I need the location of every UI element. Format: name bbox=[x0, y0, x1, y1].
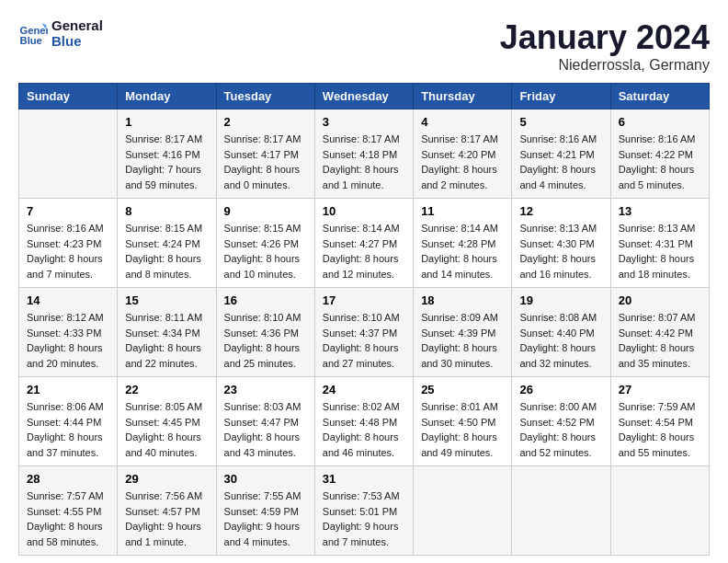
weekday-header-sunday: Sunday bbox=[19, 84, 118, 109]
day-detail: Sunrise: 8:14 AMSunset: 4:27 PMDaylight:… bbox=[323, 221, 405, 282]
calendar-cell bbox=[19, 109, 118, 199]
day-detail: Sunrise: 8:17 AMSunset: 4:18 PMDaylight:… bbox=[323, 132, 405, 192]
day-number: 5 bbox=[519, 115, 602, 129]
calendar-header: SundayMondayTuesdayWednesdayThursdayFrid… bbox=[19, 84, 710, 109]
calendar-cell: 30 Sunrise: 7:55 AMSunset: 4:59 PMDaylig… bbox=[216, 466, 314, 556]
calendar-table: SundayMondayTuesdayWednesdayThursdayFrid… bbox=[18, 83, 710, 556]
calendar-week-5: 28 Sunrise: 7:57 AMSunset: 4:55 PMDaylig… bbox=[19, 466, 710, 556]
day-detail: Sunrise: 8:16 AMSunset: 4:22 PMDaylight:… bbox=[619, 132, 701, 192]
calendar-body: 1 Sunrise: 8:17 AMSunset: 4:16 PMDayligh… bbox=[19, 109, 710, 556]
calendar-cell: 21 Sunrise: 8:06 AMSunset: 4:44 PMDaylig… bbox=[19, 377, 118, 466]
day-detail: Sunrise: 8:05 AMSunset: 4:45 PMDaylight:… bbox=[125, 399, 208, 460]
logo-text-blue: Blue bbox=[51, 34, 103, 50]
calendar-cell: 9 Sunrise: 8:15 AMSunset: 4:26 PMDayligh… bbox=[216, 199, 314, 288]
day-number: 28 bbox=[27, 472, 109, 486]
weekday-header-thursday: Thursday bbox=[414, 84, 512, 109]
day-detail: Sunrise: 8:14 AMSunset: 4:28 PMDaylight:… bbox=[421, 221, 504, 282]
day-number: 14 bbox=[27, 293, 109, 307]
day-detail: Sunrise: 8:12 AMSunset: 4:33 PMDaylight:… bbox=[27, 310, 109, 371]
day-number: 7 bbox=[27, 204, 109, 218]
day-detail: Sunrise: 8:16 AMSunset: 4:21 PMDaylight:… bbox=[519, 132, 602, 192]
calendar-cell: 3 Sunrise: 8:17 AMSunset: 4:18 PMDayligh… bbox=[314, 109, 413, 199]
day-number: 17 bbox=[323, 293, 405, 307]
weekday-header-wednesday: Wednesday bbox=[314, 84, 413, 109]
day-number: 12 bbox=[519, 204, 602, 218]
calendar-cell: 17 Sunrise: 8:10 AMSunset: 4:37 PMDaylig… bbox=[314, 288, 413, 377]
day-detail: Sunrise: 7:59 AMSunset: 4:54 PMDaylight:… bbox=[619, 399, 701, 460]
calendar-cell: 23 Sunrise: 8:03 AMSunset: 4:47 PMDaylig… bbox=[216, 377, 314, 466]
calendar-cell: 5 Sunrise: 8:16 AMSunset: 4:21 PMDayligh… bbox=[512, 109, 610, 199]
calendar-cell: 24 Sunrise: 8:02 AMSunset: 4:48 PMDaylig… bbox=[314, 377, 413, 466]
day-number: 19 bbox=[519, 293, 602, 307]
calendar-cell: 15 Sunrise: 8:11 AMSunset: 4:34 PMDaylig… bbox=[118, 288, 216, 377]
day-number: 24 bbox=[323, 383, 405, 396]
weekday-header-friday: Friday bbox=[512, 84, 610, 109]
logo-icon: General Blue bbox=[18, 19, 48, 49]
day-detail: Sunrise: 8:13 AMSunset: 4:30 PMDaylight:… bbox=[519, 221, 602, 282]
day-detail: Sunrise: 8:13 AMSunset: 4:31 PMDaylight:… bbox=[619, 221, 701, 282]
day-detail: Sunrise: 8:10 AMSunset: 4:36 PMDaylight:… bbox=[224, 310, 307, 371]
day-number: 25 bbox=[421, 383, 504, 396]
calendar-cell bbox=[414, 466, 512, 556]
day-detail: Sunrise: 8:15 AMSunset: 4:26 PMDaylight:… bbox=[224, 221, 307, 282]
day-detail: Sunrise: 8:03 AMSunset: 4:47 PMDaylight:… bbox=[224, 399, 307, 460]
day-number: 15 bbox=[125, 293, 208, 307]
day-number: 16 bbox=[224, 293, 307, 307]
day-detail: Sunrise: 7:53 AMSunset: 5:01 PMDaylight:… bbox=[323, 488, 405, 549]
calendar-cell: 12 Sunrise: 8:13 AMSunset: 4:30 PMDaylig… bbox=[512, 199, 610, 288]
calendar-week-2: 7 Sunrise: 8:16 AMSunset: 4:23 PMDayligh… bbox=[19, 199, 710, 288]
calendar-cell: 8 Sunrise: 8:15 AMSunset: 4:24 PMDayligh… bbox=[118, 199, 216, 288]
day-detail: Sunrise: 8:07 AMSunset: 4:42 PMDaylight:… bbox=[619, 310, 701, 371]
calendar-week-4: 21 Sunrise: 8:06 AMSunset: 4:44 PMDaylig… bbox=[19, 377, 710, 466]
day-detail: Sunrise: 8:10 AMSunset: 4:37 PMDaylight:… bbox=[323, 310, 405, 371]
calendar-cell bbox=[610, 466, 709, 556]
day-number: 3 bbox=[323, 115, 405, 129]
calendar-week-3: 14 Sunrise: 8:12 AMSunset: 4:33 PMDaylig… bbox=[19, 288, 710, 377]
day-number: 13 bbox=[619, 204, 701, 218]
weekday-header-tuesday: Tuesday bbox=[216, 84, 314, 109]
weekday-header-saturday: Saturday bbox=[610, 84, 709, 109]
day-detail: Sunrise: 8:08 AMSunset: 4:40 PMDaylight:… bbox=[519, 310, 602, 371]
day-number: 21 bbox=[27, 383, 109, 396]
day-detail: Sunrise: 8:06 AMSunset: 4:44 PMDaylight:… bbox=[27, 399, 109, 460]
calendar-cell: 22 Sunrise: 8:05 AMSunset: 4:45 PMDaylig… bbox=[118, 377, 216, 466]
calendar-cell: 26 Sunrise: 8:00 AMSunset: 4:52 PMDaylig… bbox=[512, 377, 610, 466]
day-number: 18 bbox=[421, 293, 504, 307]
day-detail: Sunrise: 8:16 AMSunset: 4:23 PMDaylight:… bbox=[27, 221, 109, 282]
day-number: 31 bbox=[323, 472, 405, 486]
calendar-cell: 4 Sunrise: 8:17 AMSunset: 4:20 PMDayligh… bbox=[414, 109, 512, 199]
svg-text:General: General bbox=[20, 25, 48, 36]
weekday-header-monday: Monday bbox=[118, 84, 216, 109]
calendar-cell: 13 Sunrise: 8:13 AMSunset: 4:31 PMDaylig… bbox=[610, 199, 709, 288]
day-number: 8 bbox=[125, 204, 208, 218]
day-number: 9 bbox=[224, 204, 307, 218]
calendar-cell: 14 Sunrise: 8:12 AMSunset: 4:33 PMDaylig… bbox=[19, 288, 118, 377]
calendar-cell: 27 Sunrise: 7:59 AMSunset: 4:54 PMDaylig… bbox=[610, 377, 709, 466]
calendar-cell: 20 Sunrise: 8:07 AMSunset: 4:42 PMDaylig… bbox=[610, 288, 709, 377]
logo-text-general: General bbox=[51, 18, 103, 34]
day-detail: Sunrise: 7:57 AMSunset: 4:55 PMDaylight:… bbox=[27, 488, 109, 549]
calendar-subtitle: Niederrossla, Germany bbox=[500, 57, 710, 74]
day-detail: Sunrise: 8:09 AMSunset: 4:39 PMDaylight:… bbox=[421, 310, 504, 371]
page-header: General Blue General Blue January 2024 N… bbox=[18, 18, 710, 74]
day-detail: Sunrise: 8:01 AMSunset: 4:50 PMDaylight:… bbox=[421, 399, 504, 460]
title-block: January 2024 Niederrossla, Germany bbox=[500, 18, 710, 74]
day-detail: Sunrise: 8:17 AMSunset: 4:20 PMDaylight:… bbox=[421, 132, 504, 192]
day-number: 22 bbox=[125, 383, 208, 396]
day-number: 20 bbox=[619, 293, 701, 307]
day-number: 23 bbox=[224, 383, 307, 396]
weekday-row: SundayMondayTuesdayWednesdayThursdayFrid… bbox=[19, 84, 710, 109]
calendar-cell: 11 Sunrise: 8:14 AMSunset: 4:28 PMDaylig… bbox=[414, 199, 512, 288]
day-detail: Sunrise: 8:17 AMSunset: 4:17 PMDaylight:… bbox=[224, 132, 307, 192]
calendar-cell: 19 Sunrise: 8:08 AMSunset: 4:40 PMDaylig… bbox=[512, 288, 610, 377]
day-number: 26 bbox=[519, 383, 602, 396]
calendar-cell: 1 Sunrise: 8:17 AMSunset: 4:16 PMDayligh… bbox=[118, 109, 216, 199]
calendar-title: January 2024 bbox=[500, 18, 710, 57]
day-detail: Sunrise: 8:17 AMSunset: 4:16 PMDaylight:… bbox=[125, 132, 208, 192]
day-number: 6 bbox=[619, 115, 701, 129]
calendar-cell: 7 Sunrise: 8:16 AMSunset: 4:23 PMDayligh… bbox=[19, 199, 118, 288]
calendar-cell: 10 Sunrise: 8:14 AMSunset: 4:27 PMDaylig… bbox=[314, 199, 413, 288]
calendar-cell: 16 Sunrise: 8:10 AMSunset: 4:36 PMDaylig… bbox=[216, 288, 314, 377]
day-detail: Sunrise: 7:56 AMSunset: 4:57 PMDaylight:… bbox=[125, 488, 208, 549]
day-number: 27 bbox=[619, 383, 701, 396]
